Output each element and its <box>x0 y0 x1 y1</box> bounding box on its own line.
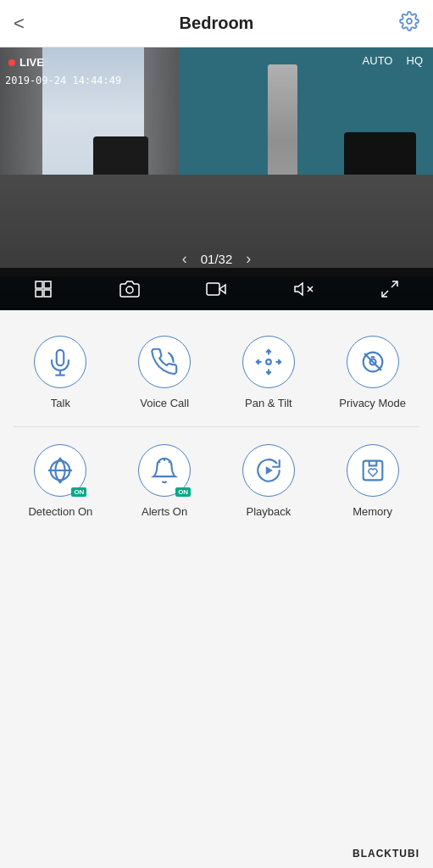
mute-icon[interactable] <box>288 274 319 304</box>
controls-section: Talk Voice Call <box>0 310 433 535</box>
camera-scene: LIVE AUTO HQ 2019-09-24 14:44:49 ‹ 01/32… <box>0 47 433 310</box>
header: < Bedroom <box>0 0 433 47</box>
alerts-on-badge: ON <box>175 487 191 497</box>
prev-arrow[interactable]: ‹ <box>182 250 187 268</box>
playback-icon-circle <box>242 444 295 497</box>
privacy-mode-icon-circle <box>347 336 399 388</box>
alerts-on-button[interactable]: ON Alerts On <box>122 444 207 518</box>
live-dot <box>8 59 15 66</box>
frame-counter: 01/32 <box>201 252 233 266</box>
detection-icon-wrapper: ON <box>34 444 86 497</box>
svg-point-15 <box>266 359 271 364</box>
svg-rect-3 <box>36 290 42 297</box>
svg-point-5 <box>126 287 133 293</box>
memory-icon-circle <box>347 444 399 497</box>
voice-call-button[interactable]: Voice Call <box>122 336 207 409</box>
detection-on-label: Detection On <box>28 505 92 518</box>
fullscreen-icon[interactable] <box>375 274 405 304</box>
timestamp: 2019-09-24 14:44:49 <box>0 73 126 88</box>
alerts-icon-wrapper: ON <box>138 444 191 497</box>
svg-line-12 <box>382 291 388 297</box>
hq-label[interactable]: HQ <box>407 54 424 67</box>
svg-point-0 <box>407 19 412 24</box>
talk-button[interactable]: Talk <box>18 336 103 409</box>
privacy-mode-label: Privacy Mode <box>339 397 406 409</box>
branding: BLACKTUBI <box>353 848 419 860</box>
auto-label[interactable]: AUTO <box>363 54 393 67</box>
svg-marker-8 <box>295 283 303 295</box>
controls-row-1: Talk Voice Call <box>0 319 433 426</box>
video-record-icon[interactable] <box>201 274 231 304</box>
talk-label: Talk <box>51 397 70 409</box>
pan-tilt-label: Pan & Tilt <box>245 397 292 409</box>
pan-tilt-icon-circle <box>242 336 295 388</box>
svg-marker-6 <box>219 285 225 293</box>
svg-marker-28 <box>266 467 272 475</box>
live-badge: LIVE <box>8 56 44 69</box>
controls-row-2: ON Detection On ON <box>0 427 433 535</box>
memory-label: Memory <box>353 505 392 518</box>
talk-icon-circle <box>34 336 86 388</box>
alerts-on-label: Alerts On <box>142 505 187 518</box>
live-label: LIVE <box>19 56 44 69</box>
detection-on-button[interactable]: ON Detection On <box>18 444 103 518</box>
camera-icon[interactable] <box>114 274 145 304</box>
memory-button[interactable]: Memory <box>330 444 415 518</box>
page-title: Bedroom <box>180 14 254 33</box>
svg-rect-1 <box>36 281 42 288</box>
voice-call-label: Voice Call <box>140 397 189 409</box>
back-button[interactable]: < <box>14 13 39 35</box>
privacy-mode-button[interactable]: Privacy Mode <box>330 336 415 409</box>
detection-on-badge: ON <box>71 487 86 497</box>
svg-rect-7 <box>207 283 219 295</box>
video-feed: LIVE AUTO HQ 2019-09-24 14:44:49 ‹ 01/32… <box>0 47 433 310</box>
settings-icon[interactable] <box>394 11 419 36</box>
voice-call-icon-circle <box>138 336 191 388</box>
pan-tilt-button[interactable]: Pan & Tilt <box>226 336 311 409</box>
svg-rect-2 <box>44 281 51 288</box>
nav-overlay: ‹ 01/32 › <box>182 250 252 268</box>
playback-button[interactable]: Playback <box>226 444 311 518</box>
video-toolbar <box>0 268 433 310</box>
playback-label: Playback <box>247 505 291 518</box>
next-arrow[interactable]: › <box>246 250 251 268</box>
grid-icon[interactable] <box>28 274 58 304</box>
quality-controls: AUTO HQ <box>363 54 423 67</box>
svg-rect-4 <box>44 290 51 297</box>
svg-line-11 <box>391 281 397 287</box>
